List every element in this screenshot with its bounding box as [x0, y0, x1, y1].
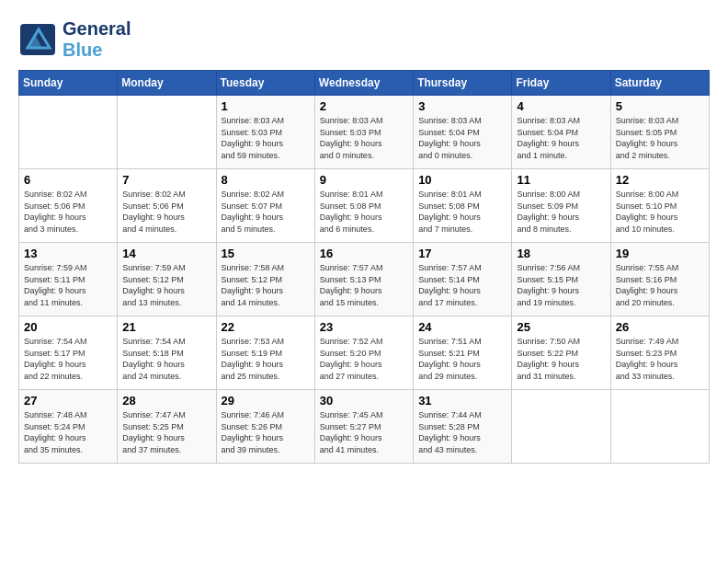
calendar-cell: 8Sunrise: 8:02 AM Sunset: 5:07 PM Daylig… [216, 169, 314, 243]
day-info: Sunrise: 7:46 AM Sunset: 5:26 PM Dayligh… [222, 409, 310, 455]
logo-icon [18, 22, 57, 57]
day-info: Sunrise: 7:44 AM Sunset: 5:28 PM Dayligh… [418, 409, 506, 455]
day-info: Sunrise: 8:00 AM Sunset: 5:09 PM Dayligh… [517, 189, 605, 235]
calendar-cell: 22Sunrise: 7:53 AM Sunset: 5:19 PM Dayli… [216, 316, 314, 390]
day-number: 8 [222, 173, 310, 187]
day-number: 14 [122, 247, 210, 260]
calendar-body: 1Sunrise: 8:03 AM Sunset: 5:03 PM Daylig… [19, 96, 710, 464]
day-info: Sunrise: 7:47 AM Sunset: 5:25 PM Dayligh… [122, 409, 210, 455]
day-number: 6 [24, 173, 112, 187]
day-number: 3 [418, 99, 506, 113]
calendar-header: SundayMondayTuesdayWednesdayThursdayFrid… [19, 71, 710, 96]
calendar-cell: 9Sunrise: 8:01 AM Sunset: 5:08 PM Daylig… [314, 169, 413, 243]
day-info: Sunrise: 7:45 AM Sunset: 5:27 PM Dayligh… [320, 409, 408, 455]
day-number: 19 [616, 247, 704, 260]
day-number: 7 [122, 173, 210, 187]
day-number: 25 [517, 320, 605, 334]
day-number: 30 [320, 394, 408, 408]
header-cell-wednesday: Wednesday [314, 71, 413, 96]
calendar-cell: 18Sunrise: 7:56 AM Sunset: 5:15 PM Dayli… [512, 243, 610, 316]
week-row-5: 27Sunrise: 7:48 AM Sunset: 5:24 PM Dayli… [19, 390, 710, 464]
calendar-cell: 30Sunrise: 7:45 AM Sunset: 5:27 PM Dayli… [314, 390, 413, 464]
calendar-cell: 24Sunrise: 7:51 AM Sunset: 5:21 PM Dayli… [414, 316, 512, 390]
day-number: 29 [222, 394, 310, 408]
day-number: 22 [222, 320, 310, 334]
day-number: 2 [320, 99, 408, 113]
day-number: 9 [320, 173, 408, 187]
day-info: Sunrise: 8:01 AM Sunset: 5:08 PM Dayligh… [320, 189, 408, 235]
logo-text-block: General Blue [63, 18, 131, 61]
day-number: 15 [222, 247, 310, 260]
calendar-cell: 11Sunrise: 8:00 AM Sunset: 5:09 PM Dayli… [512, 169, 610, 243]
header-cell-sunday: Sunday [19, 71, 118, 96]
calendar-cell: 4Sunrise: 8:03 AM Sunset: 5:04 PM Daylig… [512, 96, 610, 169]
calendar-cell: 14Sunrise: 7:59 AM Sunset: 5:12 PM Dayli… [118, 243, 216, 316]
calendar-cell: 2Sunrise: 8:03 AM Sunset: 5:03 PM Daylig… [314, 96, 413, 169]
day-info: Sunrise: 7:59 AM Sunset: 5:11 PM Dayligh… [24, 262, 112, 308]
day-info: Sunrise: 7:57 AM Sunset: 5:14 PM Dayligh… [418, 262, 506, 308]
day-info: Sunrise: 7:54 AM Sunset: 5:17 PM Dayligh… [24, 336, 112, 382]
calendar-cell: 20Sunrise: 7:54 AM Sunset: 5:17 PM Dayli… [19, 316, 118, 390]
calendar-cell: 23Sunrise: 7:52 AM Sunset: 5:20 PM Dayli… [314, 316, 413, 390]
day-info: Sunrise: 8:03 AM Sunset: 5:04 PM Dayligh… [418, 115, 506, 161]
calendar-cell: 29Sunrise: 7:46 AM Sunset: 5:26 PM Dayli… [216, 390, 314, 464]
week-row-4: 20Sunrise: 7:54 AM Sunset: 5:17 PM Dayli… [19, 316, 710, 390]
calendar-cell: 28Sunrise: 7:47 AM Sunset: 5:25 PM Dayli… [118, 390, 216, 464]
day-number: 28 [122, 394, 210, 408]
day-number: 31 [418, 394, 506, 408]
day-number: 23 [320, 320, 408, 334]
calendar-cell: 17Sunrise: 7:57 AM Sunset: 5:14 PM Dayli… [414, 243, 512, 316]
week-row-1: 1Sunrise: 8:03 AM Sunset: 5:03 PM Daylig… [19, 96, 710, 169]
calendar-cell: 21Sunrise: 7:54 AM Sunset: 5:18 PM Dayli… [118, 316, 216, 390]
day-number: 11 [517, 173, 605, 187]
calendar-cell: 5Sunrise: 8:03 AM Sunset: 5:05 PM Daylig… [610, 96, 709, 169]
calendar-cell: 7Sunrise: 8:02 AM Sunset: 5:06 PM Daylig… [118, 169, 216, 243]
logo: General Blue [18, 18, 131, 61]
day-number: 1 [222, 99, 310, 113]
calendar-cell: 27Sunrise: 7:48 AM Sunset: 5:24 PM Dayli… [19, 390, 118, 464]
calendar-cell [118, 96, 216, 169]
day-info: Sunrise: 7:59 AM Sunset: 5:12 PM Dayligh… [122, 262, 210, 308]
calendar-cell: 1Sunrise: 8:03 AM Sunset: 5:03 PM Daylig… [216, 96, 314, 169]
day-info: Sunrise: 7:57 AM Sunset: 5:13 PM Dayligh… [320, 262, 408, 308]
day-info: Sunrise: 8:01 AM Sunset: 5:08 PM Dayligh… [418, 189, 506, 235]
day-info: Sunrise: 7:54 AM Sunset: 5:18 PM Dayligh… [122, 336, 210, 382]
day-number: 16 [320, 247, 408, 260]
day-number: 12 [616, 173, 704, 187]
calendar-cell: 10Sunrise: 8:01 AM Sunset: 5:08 PM Dayli… [414, 169, 512, 243]
page-header: General Blue [18, 18, 710, 61]
day-info: Sunrise: 7:55 AM Sunset: 5:16 PM Dayligh… [616, 262, 704, 308]
day-info: Sunrise: 7:53 AM Sunset: 5:19 PM Dayligh… [222, 336, 310, 382]
calendar-table: SundayMondayTuesdayWednesdayThursdayFrid… [18, 70, 710, 464]
calendar-cell: 15Sunrise: 7:58 AM Sunset: 5:12 PM Dayli… [216, 243, 314, 316]
calendar-cell [610, 390, 709, 464]
logo-blue: Blue [63, 40, 102, 61]
calendar-cell: 26Sunrise: 7:49 AM Sunset: 5:23 PM Dayli… [610, 316, 709, 390]
day-info: Sunrise: 8:03 AM Sunset: 5:04 PM Dayligh… [517, 115, 605, 161]
header-cell-monday: Monday [118, 71, 216, 96]
day-info: Sunrise: 8:00 AM Sunset: 5:10 PM Dayligh… [616, 189, 704, 235]
calendar-cell: 13Sunrise: 7:59 AM Sunset: 5:11 PM Dayli… [19, 243, 118, 316]
day-info: Sunrise: 8:02 AM Sunset: 5:06 PM Dayligh… [24, 189, 112, 235]
day-number: 4 [517, 99, 605, 113]
day-info: Sunrise: 7:50 AM Sunset: 5:22 PM Dayligh… [517, 336, 605, 382]
calendar-cell: 16Sunrise: 7:57 AM Sunset: 5:13 PM Dayli… [314, 243, 413, 316]
calendar-cell: 6Sunrise: 8:02 AM Sunset: 5:06 PM Daylig… [19, 169, 118, 243]
day-info: Sunrise: 8:03 AM Sunset: 5:03 PM Dayligh… [320, 115, 408, 161]
day-number: 18 [517, 247, 605, 260]
day-info: Sunrise: 7:49 AM Sunset: 5:23 PM Dayligh… [616, 336, 704, 382]
day-number: 17 [418, 247, 506, 260]
header-cell-thursday: Thursday [414, 71, 512, 96]
day-info: Sunrise: 7:58 AM Sunset: 5:12 PM Dayligh… [222, 262, 310, 308]
week-row-2: 6Sunrise: 8:02 AM Sunset: 5:06 PM Daylig… [19, 169, 710, 243]
calendar-cell [19, 96, 118, 169]
day-info: Sunrise: 8:03 AM Sunset: 5:05 PM Dayligh… [616, 115, 704, 161]
day-number: 5 [616, 99, 704, 113]
logo-general: General [63, 18, 131, 40]
header-cell-saturday: Saturday [610, 71, 709, 96]
calendar-cell [512, 390, 610, 464]
day-info: Sunrise: 8:03 AM Sunset: 5:03 PM Dayligh… [222, 115, 310, 161]
day-number: 20 [24, 320, 112, 334]
week-row-3: 13Sunrise: 7:59 AM Sunset: 5:11 PM Dayli… [19, 243, 710, 316]
day-number: 13 [24, 247, 112, 260]
